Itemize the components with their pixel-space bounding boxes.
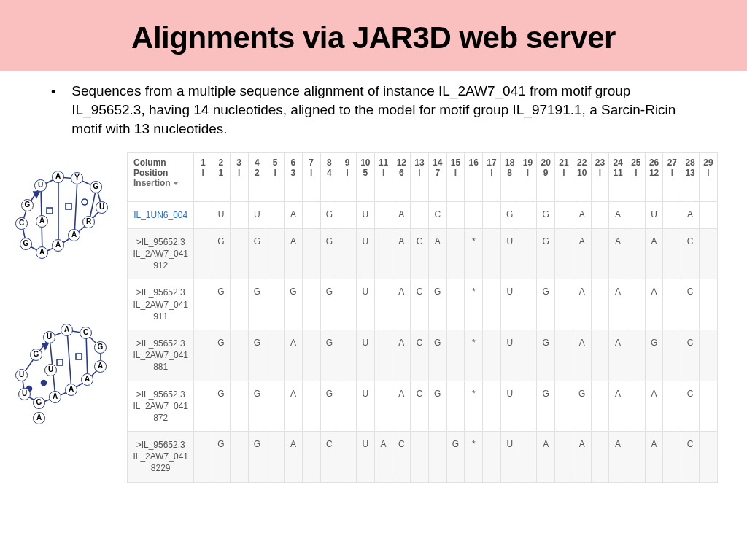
alignment-cell bbox=[699, 279, 717, 330]
column-header[interactable]: 23I bbox=[591, 152, 609, 201]
alignment-cell bbox=[338, 279, 357, 330]
alignment-cell: A bbox=[573, 228, 591, 279]
alignment-cell: A bbox=[609, 279, 627, 330]
row-label: >IL_95652.3IL_2AW7_041872 bbox=[128, 381, 194, 432]
alignment-cell: G bbox=[428, 330, 446, 381]
alignment-cell bbox=[699, 432, 717, 483]
alignment-cell bbox=[663, 381, 681, 432]
alignment-cell: G bbox=[285, 279, 303, 330]
node: U bbox=[34, 179, 47, 192]
column-header[interactable]: 21I bbox=[555, 152, 573, 201]
column-header[interactable]: 27I bbox=[663, 152, 681, 201]
alignment-cell bbox=[230, 381, 248, 432]
alignment-cell bbox=[699, 330, 717, 381]
column-header[interactable]: 5I bbox=[266, 152, 285, 201]
table-row: >IL_95652.3IL_2AW7_041911GGGGUACG*UGAAAC bbox=[128, 279, 718, 330]
alignment-cell: C bbox=[411, 330, 429, 381]
alignment-cell bbox=[483, 330, 501, 381]
alignment-cell: U bbox=[356, 201, 374, 228]
alignment-cell bbox=[663, 279, 681, 330]
svg-rect-16 bbox=[47, 208, 53, 214]
column-header[interactable]: 25I bbox=[627, 152, 645, 201]
column-header[interactable]: 147 bbox=[428, 152, 446, 201]
alignment-cell bbox=[266, 432, 285, 483]
column-header[interactable]: 7I bbox=[302, 152, 320, 201]
alignment-cell bbox=[483, 381, 501, 432]
node: G bbox=[21, 199, 34, 211]
alignment-cell: G bbox=[537, 201, 555, 228]
alignment-cell: C bbox=[411, 381, 429, 432]
alignment-cell: A bbox=[609, 201, 627, 228]
column-header[interactable]: 17I bbox=[483, 152, 501, 201]
alignment-cell bbox=[446, 201, 465, 228]
alignment-cell bbox=[519, 381, 537, 432]
column-header[interactable]: 2612 bbox=[645, 152, 663, 201]
column-header[interactable]: 2411 bbox=[609, 152, 627, 201]
alignment-cell: A bbox=[609, 228, 627, 279]
alignment-cell: C bbox=[428, 201, 446, 228]
svg-rect-17 bbox=[66, 203, 71, 209]
alignment-cell bbox=[230, 279, 248, 330]
alignment-cell bbox=[194, 279, 212, 330]
alignment-cell bbox=[519, 228, 537, 279]
motif-edges-icon bbox=[15, 166, 117, 275]
column-header[interactable]: 105 bbox=[356, 152, 374, 201]
alignment-cell: U bbox=[356, 432, 374, 483]
alignment-cell: C bbox=[681, 330, 700, 381]
alignment-cell: A bbox=[537, 432, 555, 483]
svg-line-33 bbox=[67, 330, 71, 390]
column-header[interactable]: 2813 bbox=[681, 152, 700, 201]
alignment-cell: G bbox=[212, 228, 231, 279]
column-header[interactable]: 16 bbox=[465, 152, 483, 201]
alignment-cell: C bbox=[681, 432, 700, 483]
node: U bbox=[44, 364, 57, 376]
column-header[interactable]: 2210 bbox=[573, 152, 591, 201]
alignment-cell bbox=[699, 228, 717, 279]
svg-marker-39 bbox=[42, 343, 48, 349]
alignment-cell bbox=[230, 228, 248, 279]
column-header[interactable]: 1I bbox=[194, 152, 212, 201]
column-header[interactable]: 19I bbox=[519, 152, 537, 201]
column-header[interactable]: 21 bbox=[212, 152, 231, 201]
alignment-cell bbox=[302, 279, 320, 330]
alignment-cell: U bbox=[500, 279, 519, 330]
alignment-cell bbox=[555, 381, 573, 432]
alignment-cell: A bbox=[645, 228, 663, 279]
alignment-cell: G bbox=[320, 381, 338, 432]
column-header[interactable]: 29I bbox=[699, 152, 717, 201]
column-header[interactable]: 42 bbox=[248, 152, 266, 201]
column-header[interactable]: 188 bbox=[500, 152, 519, 201]
column-header[interactable]: 13I bbox=[411, 152, 429, 201]
column-header[interactable]: 126 bbox=[392, 152, 411, 201]
alignment-cell: C bbox=[320, 432, 338, 483]
alignment-cell bbox=[555, 432, 573, 483]
alignment-cell bbox=[591, 201, 609, 228]
alignment-table-wrap: Column Position Insertion 1I213I425I637I… bbox=[127, 152, 718, 483]
alignment-cell bbox=[411, 432, 429, 483]
node: A bbox=[36, 215, 48, 228]
alignment-cell bbox=[411, 201, 429, 228]
header-cell-labels[interactable]: Column Position Insertion bbox=[128, 152, 194, 201]
alignment-cell: U bbox=[500, 381, 519, 432]
node: A bbox=[65, 384, 77, 396]
column-header[interactable]: 11I bbox=[374, 152, 392, 201]
row-label-link[interactable]: IL_1UN6_004 bbox=[128, 201, 194, 228]
alignment-cell bbox=[627, 279, 645, 330]
alignment-cell bbox=[338, 330, 357, 381]
alignment-cell: A bbox=[573, 201, 591, 228]
node: A bbox=[36, 246, 48, 259]
column-header[interactable]: 209 bbox=[537, 152, 555, 201]
column-header[interactable]: 84 bbox=[320, 152, 338, 201]
alignment-cell: G bbox=[428, 279, 446, 330]
column-header[interactable]: 9I bbox=[338, 152, 357, 201]
alignment-cell: A bbox=[285, 330, 303, 381]
alignment-cell: U bbox=[356, 228, 374, 279]
column-header[interactable]: 15I bbox=[446, 152, 465, 201]
node: U bbox=[18, 388, 31, 400]
alignment-cell: A bbox=[285, 228, 303, 279]
alignment-cell: G bbox=[320, 201, 338, 228]
alignment-table: Column Position Insertion 1I213I425I637I… bbox=[127, 152, 718, 483]
column-header[interactable]: 63 bbox=[285, 152, 303, 201]
column-header[interactable]: 3I bbox=[230, 152, 248, 201]
node: A bbox=[33, 412, 45, 424]
